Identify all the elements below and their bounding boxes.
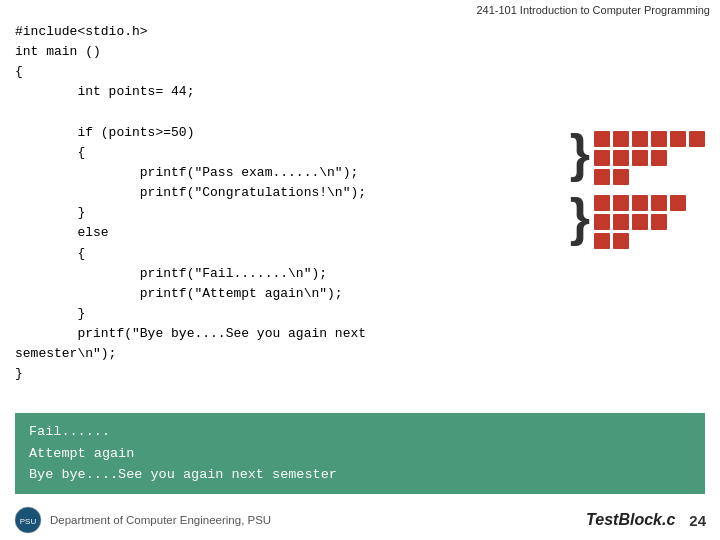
box <box>651 150 667 166</box>
box <box>670 195 686 211</box>
box <box>651 195 667 211</box>
box <box>594 131 610 147</box>
else-boxes <box>594 191 686 249</box>
output-line-2: Attempt again <box>29 443 691 465</box>
box <box>613 131 629 147</box>
box <box>651 131 667 147</box>
box <box>594 214 610 230</box>
else-box-row-1 <box>594 195 686 211</box>
box <box>670 131 686 147</box>
box <box>632 150 648 166</box>
box <box>632 195 648 211</box>
code-block: #include<stdio.h> int main () { int poin… <box>15 22 562 409</box>
box <box>632 131 648 147</box>
if-box-row-3 <box>594 169 705 185</box>
box <box>613 233 629 249</box>
box <box>613 169 629 185</box>
output-line-3: Bye bye....See you again next semester <box>29 464 691 486</box>
box <box>651 214 667 230</box>
box <box>632 214 648 230</box>
output-section: Fail...... Attempt again Bye bye....See … <box>15 413 705 494</box>
footer-right: TestBlock.c 24 <box>586 511 706 529</box>
else-brace: } <box>570 191 590 243</box>
if-box-row-2 <box>594 150 705 166</box>
main-content: #include<stdio.h> int main () { int poin… <box>0 12 720 540</box>
footer-left: PSU Department of Computer Engineering, … <box>14 506 271 534</box>
box <box>594 169 610 185</box>
box <box>689 131 705 147</box>
box <box>594 195 610 211</box>
brace-block: } <box>570 22 705 409</box>
svg-text:PSU: PSU <box>20 517 37 526</box>
if-brace-section: } <box>570 127 705 185</box>
dept-label: Department of Computer Engineering, PSU <box>50 514 271 526</box>
footer: PSU Department of Computer Engineering, … <box>0 502 720 540</box>
box <box>613 214 629 230</box>
box <box>613 150 629 166</box>
else-box-row-3 <box>594 233 686 249</box>
if-box-row-1 <box>594 131 705 147</box>
if-boxes <box>594 127 705 185</box>
code-area: #include<stdio.h> int main () { int poin… <box>0 12 720 409</box>
else-box-row-2 <box>594 214 686 230</box>
psu-logo: PSU <box>14 506 42 534</box>
output-line-1: Fail...... <box>29 421 691 443</box>
page-number: 24 <box>689 512 706 529</box>
else-brace-section: } <box>570 191 705 249</box>
box <box>594 233 610 249</box>
if-brace: } <box>570 127 590 179</box>
code-line-include: #include<stdio.h> int main () { int poin… <box>15 24 366 381</box>
box <box>594 150 610 166</box>
box <box>613 195 629 211</box>
filename-label: TestBlock.c <box>586 511 675 529</box>
